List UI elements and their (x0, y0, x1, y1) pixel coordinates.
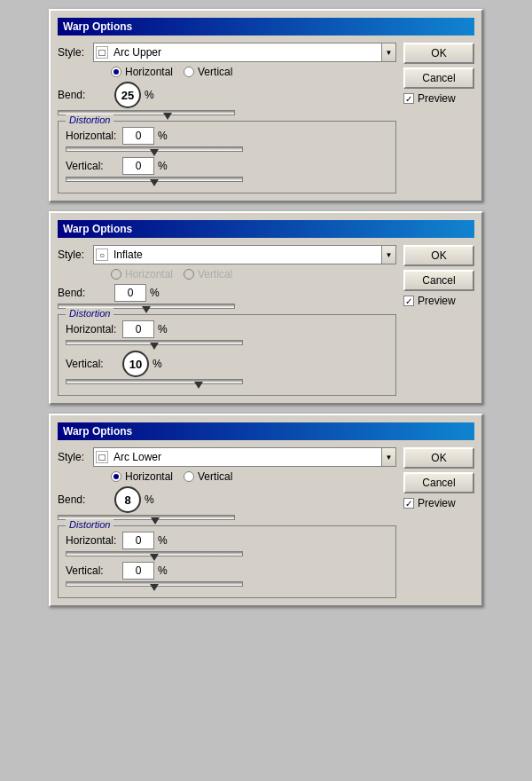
dialog-controls-1: Style: □ Arc Upper ▼ Horizontal Vertic (58, 43, 396, 193)
horiz-dist-track-2[interactable] (66, 340, 243, 345)
vert-dist-value-1[interactable]: 0 (122, 157, 154, 175)
radio-horizontal-1[interactable]: Horizontal (111, 66, 173, 78)
horiz-dist-thumb-3[interactable] (150, 554, 159, 561)
radio-horizontal-3[interactable]: Horizontal (111, 470, 173, 483)
style-row-3: Style: □ Arc Lower ▼ (58, 447, 396, 467)
bend-thumb-2[interactable] (142, 306, 151, 313)
dialog-title-2: Warp Options (58, 220, 474, 238)
distortion-group-2: Distortion Horizontal: 0 % Vertical: (58, 314, 396, 396)
distortion-legend-1: Distortion (66, 114, 113, 125)
horiz-dist-track-1[interactable] (66, 146, 243, 152)
ok-button-1[interactable]: OK (403, 43, 474, 64)
style-row-1: Style: □ Arc Upper ▼ (58, 43, 396, 62)
style-select-1[interactable]: □ Arc Upper ▼ (93, 43, 396, 62)
vert-dist-thumb-1[interactable] (150, 179, 159, 186)
horiz-dist-percent-1: % (158, 130, 168, 142)
horiz-dist-label-3: Horizontal: (66, 534, 119, 547)
radio-vertical-circle-2[interactable] (184, 269, 194, 280)
radio-horizontal-circle-1[interactable] (111, 67, 121, 77)
vert-dist-percent-3: % (158, 564, 168, 577)
horiz-dist-percent-2: % (158, 323, 168, 335)
horiz-dist-value-2[interactable]: 0 (122, 320, 154, 338)
style-text-2: Inflate (110, 246, 381, 264)
style-text-1: Arc Upper (110, 43, 381, 61)
cancel-button-1[interactable]: Cancel (403, 67, 474, 89)
horiz-dist-slider-2[interactable] (66, 340, 388, 345)
dialog-title-3: Warp Options (58, 422, 474, 440)
horiz-dist-slider-3[interactable] (66, 551, 388, 556)
vert-dist-row-1: Vertical: 0 % (66, 157, 388, 175)
dialog-controls-3: Style: □ Arc Lower ▼ Horizontal Vertic (58, 447, 396, 598)
vert-dist-label-2: Vertical: (66, 358, 119, 370)
horiz-dist-slider-1[interactable] (66, 146, 388, 152)
bend-value-circle-3: 8 (114, 486, 141, 513)
dialog-body-3: Style: □ Arc Lower ▼ Horizontal Vertic (58, 447, 474, 598)
bend-label-3: Bend: (58, 493, 111, 506)
preview-checkbox-3[interactable]: ✓ (403, 498, 414, 509)
vert-dist-track-1[interactable] (66, 177, 243, 182)
bend-label-1: Bend: (58, 89, 111, 101)
vert-dist-slider-2[interactable] (66, 379, 388, 384)
style-label-2: Style: (58, 248, 93, 261)
bend-thumb-3[interactable] (151, 517, 160, 525)
vert-dist-track-3[interactable] (66, 581, 243, 587)
preview-label-2: Preview (418, 295, 456, 307)
horiz-dist-track-3[interactable] (66, 551, 243, 556)
horiz-dist-thumb-1[interactable] (150, 149, 159, 156)
preview-row-1[interactable]: ✓ Preview (403, 92, 474, 105)
preview-checkbox-2[interactable]: ✓ (403, 296, 414, 306)
style-icon-2: ○ (96, 248, 108, 261)
distortion-group-3: Distortion Horizontal: 0 % Vertical: (58, 525, 396, 598)
vert-dist-slider-1[interactable] (66, 177, 388, 182)
radio-vertical-2[interactable]: Vertical (184, 268, 232, 280)
style-dropdown-btn-2[interactable]: ▼ (381, 246, 395, 264)
preview-row-2[interactable]: ✓ Preview (403, 295, 474, 307)
warp-dialog-1: Warp Options Style: □ Arc Upper ▼ Horizo… (49, 9, 483, 202)
bend-percent-1: % (145, 89, 154, 101)
horiz-dist-row-1: Horizontal: 0 % (66, 127, 388, 145)
vert-dist-thumb-2[interactable] (194, 382, 203, 389)
style-label-1: Style: (58, 46, 93, 59)
vert-dist-row-3: Vertical: 0 % (66, 562, 388, 580)
radio-vertical-circle-3[interactable] (184, 471, 194, 482)
bend-row-2: Bend: 0 % (58, 284, 396, 302)
radio-horizontal-circle-3[interactable] (111, 471, 121, 482)
radio-horizontal-2[interactable]: Horizontal (111, 268, 173, 280)
dialog-controls-2: Style: ○ Inflate ▼ Horizontal Vertical (58, 245, 396, 396)
preview-row-3[interactable]: ✓ Preview (403, 497, 474, 509)
style-label-3: Style: (58, 451, 93, 463)
dialog-body-2: Style: ○ Inflate ▼ Horizontal Vertical (58, 245, 474, 396)
style-text-3: Arc Lower (110, 448, 381, 466)
vert-dist-thumb-3[interactable] (150, 584, 159, 591)
dialog-title-1: Warp Options (58, 18, 474, 36)
style-row-2: Style: ○ Inflate ▼ (58, 245, 396, 264)
style-icon-3: □ (96, 451, 108, 463)
radio-vertical-1[interactable]: Vertical (184, 66, 232, 78)
preview-label-3: Preview (418, 497, 456, 509)
vert-dist-row-2: Vertical: 10 % (66, 351, 388, 377)
horiz-dist-value-3[interactable]: 0 (122, 532, 154, 549)
horiz-dist-value-1[interactable]: 0 (122, 127, 154, 145)
distortion-legend-2: Distortion (66, 308, 113, 319)
bend-value-box-2[interactable]: 0 (114, 284, 146, 302)
ok-button-2[interactable]: OK (403, 245, 474, 266)
preview-checkbox-1[interactable]: ✓ (403, 93, 414, 104)
ok-button-3[interactable]: OK (403, 447, 474, 469)
style-select-3[interactable]: □ Arc Lower ▼ (93, 447, 396, 467)
dialog-body-1: Style: □ Arc Upper ▼ Horizontal Vertic (58, 43, 474, 193)
style-select-2[interactable]: ○ Inflate ▼ (93, 245, 396, 264)
radio-vertical-circle-1[interactable] (184, 67, 194, 77)
cancel-button-3[interactable]: Cancel (403, 472, 474, 493)
style-dropdown-btn-3[interactable]: ▼ (381, 448, 395, 466)
radio-row-3: Horizontal Vertical (58, 470, 396, 483)
vert-dist-slider-3[interactable] (66, 581, 388, 587)
radio-vertical-3[interactable]: Vertical (184, 470, 232, 483)
horiz-dist-thumb-2[interactable] (150, 343, 159, 350)
radio-horizontal-circle-2[interactable] (111, 269, 121, 280)
vert-dist-track-2[interactable] (66, 379, 243, 384)
cancel-button-2[interactable]: Cancel (403, 270, 474, 291)
warp-dialog-3: Warp Options Style: □ Arc Lower ▼ Horizo… (49, 414, 483, 607)
vert-dist-value-3[interactable]: 0 (122, 562, 154, 580)
style-dropdown-btn-1[interactable]: ▼ (381, 43, 395, 61)
bend-thumb-1[interactable] (163, 113, 172, 120)
